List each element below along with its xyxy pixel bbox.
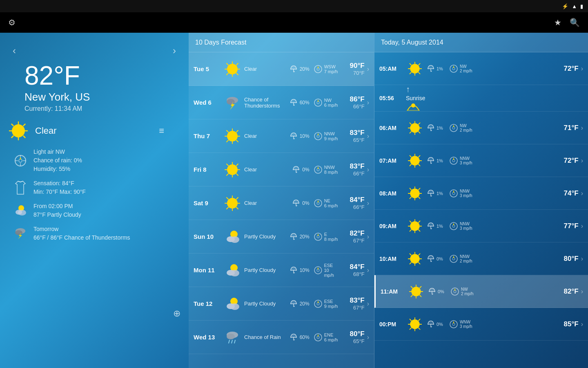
hourly-row[interactable]: 07:AM 1% NNW3	[374, 144, 588, 177]
svg-point-163	[452, 192, 455, 195]
svg-point-10	[19, 159, 22, 162]
forecast-temps: 82°F 67°F	[340, 229, 365, 244]
svg-line-158	[419, 197, 420, 199]
svg-point-20	[15, 230, 22, 235]
svg-line-134	[410, 132, 411, 133]
forecast-row[interactable]: Sat 9 Clear 0% NE6 mp/h	[189, 186, 374, 220]
hour-wind: NNW3 mp/h	[449, 156, 554, 165]
hour-temp: 74°F	[554, 189, 579, 197]
svg-line-171	[419, 230, 420, 231]
forecast-wind: ENE6 mp/h	[314, 332, 340, 342]
svg-line-105	[232, 340, 232, 343]
svg-point-97	[230, 303, 239, 310]
svg-point-79	[317, 202, 319, 204]
search-button[interactable]: 🔍	[570, 18, 580, 27]
wind-detail-row: Light air NW Chance of rain: 0% Humidity…	[12, 148, 180, 173]
svg-marker-67	[317, 166, 318, 169]
hourly-row[interactable]: 05:AM 1% NW2 m	[374, 52, 588, 85]
svg-point-18	[18, 210, 26, 215]
forecast-condition: Chance of Rain	[244, 334, 289, 340]
svg-line-30	[227, 73, 228, 75]
sunrise-row: 05:56 ↑ Sunrise	[374, 85, 588, 112]
forecast-wind: NNW9 mp/h	[314, 131, 340, 141]
forecast-row[interactable]: Wed 13 Chance of Rain 60% ENE6 mp/h	[189, 321, 374, 354]
hour-label: 06:AM	[379, 125, 406, 131]
forecast-row[interactable]: Tue 12 Partly Cloudy 20% ESE9 mp/h 83°F	[189, 287, 374, 321]
forecast-weather-icon	[222, 59, 243, 79]
svg-marker-41	[317, 99, 318, 102]
wind-text: Light air NW Chance of rain: 0% Humidity…	[33, 148, 82, 173]
toolbar: ⚙ ★ 🔍	[0, 12, 588, 33]
forecast-temps: 83°F 65°F	[340, 129, 365, 143]
forecast-row[interactable]: Fri 8 Clear 0% NNW8 mp/h	[189, 153, 374, 186]
forecast-list: Tue 5 Clear 20% WSW7 mp/h	[189, 52, 374, 354]
hour-temp: 71°F	[554, 124, 579, 132]
forecast-wind: E8 mp/h	[314, 232, 340, 242]
hourly-row[interactable]: 08:AM 1% NNW3	[374, 177, 588, 210]
forecast-wind: ESE10 mp/h	[314, 263, 340, 278]
hourly-row[interactable]: 10:AM 0% NNW2	[374, 242, 588, 275]
svg-point-83	[230, 236, 239, 243]
svg-point-86	[317, 236, 319, 238]
forecast-day-label: Wed 6	[194, 99, 222, 106]
svg-line-211	[419, 319, 420, 321]
forecast-row[interactable]: Tue 5 Clear 20% WSW7 mp/h	[189, 52, 374, 86]
forecast-rain: 10%	[289, 266, 310, 275]
forecast-rain: 20%	[289, 299, 310, 308]
forecast-condition: Partly Cloudy	[244, 267, 289, 273]
hour-weather-icon	[406, 119, 424, 137]
forecast-rain: 10%	[289, 132, 310, 141]
forecast-condition: Partly Cloudy	[244, 233, 289, 240]
forecast-row[interactable]: Wed 6 Chance of Thunderstorms 60% NW6 mp…	[189, 86, 374, 119]
svg-point-109	[317, 336, 319, 339]
svg-line-47	[227, 130, 228, 132]
svg-point-191	[411, 287, 421, 296]
forecast-wind: ESE9 mp/h	[314, 299, 340, 309]
hourly-row[interactable]: 00:PM 0% WNW3	[374, 308, 588, 341]
svg-line-74	[236, 207, 238, 209]
hour-weather-icon	[406, 315, 424, 333]
hour-chevron: ›	[581, 321, 583, 328]
hour-rain: 1%	[426, 123, 447, 132]
svg-point-111	[410, 64, 419, 73]
svg-line-75	[236, 197, 238, 199]
hourly-row[interactable]: 11:AM 0% NW2 m	[374, 275, 588, 308]
forecast-row[interactable]: Thu 7 Clear 10% NNW9 mp/h	[189, 119, 374, 153]
hour-label: 07:AM	[379, 157, 406, 164]
next-city-button[interactable]: ›	[168, 45, 180, 56]
forecast-weather-icon	[222, 327, 243, 348]
hourly-row[interactable]: 06:AM 1% NW2 m	[374, 112, 588, 144]
settings-button[interactable]: ⚙	[8, 18, 16, 27]
svg-line-117	[419, 72, 420, 74]
left-panel: ‹ › 82°F New York, US Currently: 11:34 A…	[0, 33, 189, 368]
svg-point-68	[227, 198, 238, 209]
hourly-row[interactable]: 09:AM 1% NNW3	[374, 210, 588, 242]
temperature-display: 82°F	[24, 61, 180, 91]
forecast-day-label: Wed 13	[194, 334, 222, 341]
svg-line-27	[227, 63, 228, 65]
list-view-button[interactable]: ≡	[159, 126, 164, 136]
svg-line-29	[236, 63, 238, 65]
partly-cloudy-icon	[12, 202, 29, 219]
forecast-chevron: ›	[367, 300, 369, 307]
forecast-condition: Clear	[244, 200, 292, 206]
forecast-row[interactable]: Sun 10 Partly Cloudy 20% E8 mp/h 82°F 6	[189, 220, 374, 254]
status-bar: ⚡ ▲ ▮	[0, 0, 588, 12]
current-time: Currently: 11:34 AM	[24, 105, 180, 112]
hour-weather-icon	[406, 184, 424, 202]
city-name: New York, US	[24, 91, 180, 103]
svg-point-42	[227, 131, 238, 141]
sensation-text: Sensation: 84°F Min: 70°F Max: 90°F	[33, 179, 86, 196]
prev-city-button[interactable]: ‹	[8, 45, 20, 56]
forecast-weather-icon	[222, 126, 243, 146]
globe-button[interactable]: ⊕	[173, 308, 180, 319]
star-button[interactable]: ★	[554, 18, 561, 27]
forecast-row[interactable]: Mon 11 Partly Cloudy 10% ESE10 mp/h 84°F	[189, 254, 374, 287]
forecast-rain: 0%	[292, 199, 309, 208]
forecast-temps: 84°F 66°F	[340, 196, 365, 210]
hour-label: 08:AM	[379, 190, 406, 197]
upcoming2-row: Tomorrow 66°F / 86°F Chance of Thunderst…	[12, 225, 180, 242]
hour-rain: 1%	[426, 156, 447, 165]
svg-marker-80	[317, 200, 318, 202]
hour-wind: WNW3 mp/h	[449, 320, 554, 329]
